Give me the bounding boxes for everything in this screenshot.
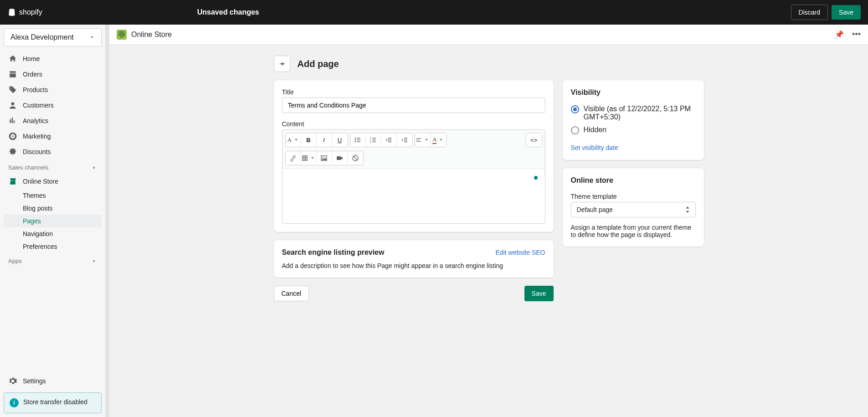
svg-rect-12	[416, 138, 421, 139]
analytics-icon	[8, 116, 17, 125]
radio-hidden[interactable]: Hidden	[571, 126, 696, 134]
rte-content-area[interactable]	[282, 169, 545, 223]
rte-outdent[interactable]	[381, 133, 397, 147]
nav-marketing[interactable]: Marketing	[4, 129, 102, 144]
svg-point-21	[323, 157, 324, 158]
rte-html-view[interactable]: <>	[526, 133, 542, 147]
person-icon	[8, 101, 17, 110]
logo-text: shopify	[19, 8, 42, 16]
template-help: Assign a template from your current them…	[571, 224, 696, 238]
transfer-text: Store transfer disabled	[23, 398, 87, 407]
template-label: Theme template	[571, 193, 696, 200]
home-icon	[8, 54, 17, 63]
unsaved-changes-label: Unsaved changes	[197, 8, 791, 16]
list-number-icon: 123	[370, 136, 377, 144]
chevron-right-icon[interactable]	[92, 165, 97, 170]
visibility-heading: Visibility	[571, 88, 696, 97]
title-label: Title	[282, 88, 545, 96]
chevron-right-icon[interactable]	[92, 258, 97, 264]
svg-rect-9	[372, 138, 376, 138]
content-label: Content	[282, 120, 545, 128]
rte-link[interactable]	[286, 151, 301, 165]
rte-color-dropdown[interactable]: A	[431, 133, 446, 147]
sub-preferences[interactable]: Preferences	[4, 240, 102, 253]
chevron-down-icon	[89, 35, 95, 40]
shopify-bag-icon	[7, 7, 16, 17]
store-transfer-notice: i Store transfer disabled	[4, 392, 102, 413]
svg-point-2	[354, 141, 356, 143]
set-visibility-date-link[interactable]: Set visibility date	[571, 144, 618, 151]
rte-clear-format[interactable]	[348, 151, 363, 165]
link-icon	[289, 154, 297, 162]
grammarly-indicator-icon	[534, 176, 538, 180]
rte-video[interactable]	[332, 151, 348, 165]
sidebar: Alexa Development Home Orders Products C…	[0, 25, 106, 417]
rte-indent[interactable]	[397, 133, 412, 147]
save-button-bottom[interactable]: Save	[524, 286, 554, 301]
align-left-icon	[416, 137, 422, 143]
orders-icon	[8, 70, 17, 79]
sub-themes[interactable]: Themes	[4, 189, 102, 202]
template-value: Default page	[577, 206, 613, 213]
image-icon	[320, 154, 328, 162]
nav-customers[interactable]: Customers	[4, 98, 102, 113]
rte-image[interactable]	[317, 151, 332, 165]
rte-ordered-list[interactable]: 123	[366, 133, 381, 147]
clear-icon	[352, 154, 359, 162]
table-icon	[302, 155, 308, 161]
visibility-card: Visibility Visible (as of 12/2/2022, 5:1…	[563, 80, 704, 160]
store-icon	[8, 177, 17, 186]
cancel-button[interactable]: Cancel	[274, 286, 309, 301]
radio-visible[interactable]: Visible (as of 12/2/2022, 5:13 PM GMT+5:…	[571, 105, 696, 121]
svg-rect-13	[416, 139, 420, 140]
nav-orders[interactable]: Orders	[4, 67, 102, 82]
sub-pages[interactable]: Pages	[4, 215, 102, 227]
rte-format-dropdown[interactable]: A	[286, 133, 301, 147]
video-icon	[336, 154, 343, 162]
seo-card: Search engine listing preview Edit websi…	[274, 240, 554, 278]
rte-bullet-list[interactable]	[350, 133, 366, 147]
svg-text:3: 3	[370, 141, 371, 144]
nav-discounts[interactable]: Discounts	[4, 144, 102, 160]
os-heading: Online store	[571, 176, 696, 185]
rte-italic[interactable]: I	[317, 133, 332, 147]
chevron-down-icon	[293, 137, 299, 143]
sub-blog-posts[interactable]: Blog posts	[4, 202, 102, 215]
nav-analytics[interactable]: Analytics	[4, 113, 102, 129]
chevron-down-icon	[438, 137, 444, 143]
radio-icon	[571, 126, 579, 134]
arrow-left-icon	[278, 60, 286, 68]
pin-icon[interactable]: 📌	[835, 30, 844, 39]
visible-label: Visible (as of 12/2/2022, 5:13 PM GMT+5:…	[584, 105, 696, 121]
store-selector[interactable]: Alexa Development	[4, 28, 102, 46]
svg-rect-14	[416, 141, 421, 142]
context-title: Online Store	[131, 31, 172, 39]
outdent-icon	[385, 136, 392, 144]
rte-bold[interactable]: B	[301, 133, 317, 147]
nav-products[interactable]: Products	[4, 82, 102, 98]
online-store-card: Online store Theme template Default page…	[563, 168, 704, 247]
more-icon[interactable]: •••	[852, 30, 861, 39]
seo-help: Add a description to see how this Page m…	[282, 262, 545, 269]
nav-settings[interactable]: Settings	[4, 373, 102, 389]
svg-rect-22	[337, 156, 341, 160]
svg-rect-10	[372, 139, 376, 140]
shopify-logo: shopify	[7, 7, 42, 17]
hidden-label: Hidden	[584, 126, 607, 134]
nav-home[interactable]: Home	[4, 51, 102, 67]
rte-table-dropdown[interactable]	[301, 151, 317, 165]
rte-align-dropdown[interactable]	[415, 133, 431, 147]
rte-underline[interactable]: U	[332, 133, 348, 147]
sub-navigation[interactable]: Navigation	[4, 227, 102, 240]
tag-icon	[8, 85, 17, 94]
edit-seo-link[interactable]: Edit website SEO	[496, 249, 545, 256]
template-select[interactable]: Default page	[571, 202, 696, 217]
topbar: shopify Unsaved changes Discard Save	[0, 0, 868, 25]
save-button-top[interactable]: Save	[832, 5, 861, 20]
indent-icon	[401, 136, 408, 144]
discard-button[interactable]: Discard	[791, 5, 828, 20]
target-icon	[8, 132, 17, 141]
title-input[interactable]	[282, 98, 545, 113]
back-button[interactable]	[274, 56, 290, 72]
nav-online-store[interactable]: Online Store	[4, 174, 102, 189]
